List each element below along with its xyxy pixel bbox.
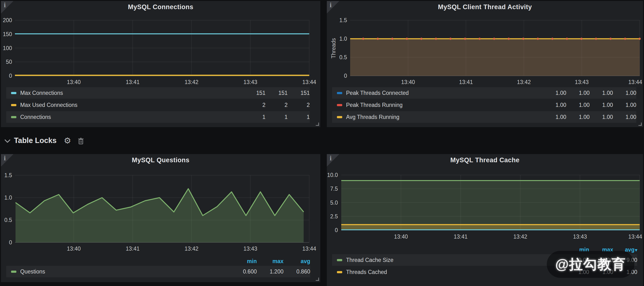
chart-canvas[interactable] — [15, 20, 309, 76]
row-title[interactable]: Table Locks — [14, 136, 56, 145]
legend-header-max[interactable]: max — [257, 258, 284, 264]
y-tick-label: 10.0 — [327, 172, 338, 178]
legend-value: 1.00 — [590, 114, 613, 120]
legend-value: 1.00 — [590, 102, 613, 108]
series-color-swatch[interactable] — [11, 270, 16, 273]
series-label[interactable]: Max Connections — [20, 90, 243, 96]
legend-row[interactable]: Questions0.6001.2000.860 — [6, 266, 310, 277]
series-area — [341, 180, 640, 230]
legend-value: 151 — [288, 90, 310, 96]
panel-mysql-client-thread-activity: i MySQL Client Thread Activity Threads 1… — [327, 1, 643, 127]
legend-value: 2 — [243, 102, 266, 108]
panel-resize-handle[interactable] — [638, 122, 642, 126]
y-tick-label: 1.5 — [4, 172, 12, 179]
chart-plot-area[interactable] — [15, 20, 309, 76]
y-tick-label: 0.5 — [339, 54, 347, 60]
legend-row[interactable]: Max Used Connections222 — [6, 99, 310, 111]
legend-value: 1.00 — [543, 102, 566, 108]
legend-value: 151 — [266, 90, 288, 96]
series-color-swatch[interactable] — [11, 116, 16, 118]
dashboard-row-table-locks[interactable]: Table Locks ⚙ — [1, 130, 84, 151]
legend-header-min[interactable]: min — [230, 258, 257, 264]
x-tick-label: 13:40 — [401, 79, 415, 86]
panel-title[interactable]: MySQL Thread Cache — [327, 156, 643, 164]
legend-value: 1 — [243, 114, 266, 120]
legend-value: 1.00 — [590, 90, 613, 96]
legend-value: 1.00 — [613, 114, 636, 120]
series-area — [16, 189, 304, 242]
series-label[interactable]: Peak Threads Running — [346, 102, 543, 108]
legend-value: 2 — [266, 102, 288, 108]
series-area — [341, 224, 640, 230]
y-tick-label: 1.0 — [339, 36, 347, 42]
x-tick-label: 13:40 — [67, 79, 81, 86]
series-label[interactable]: Connections — [20, 114, 243, 120]
series-color-swatch[interactable] — [11, 104, 16, 106]
chart-plot-area[interactable] — [341, 175, 640, 230]
legend-value: 1 — [266, 114, 288, 120]
panel-title[interactable]: MySQL Connections — [1, 3, 320, 11]
watermark-text: @拉勾教育 — [555, 255, 626, 274]
legend-value: 1.00 — [543, 90, 566, 96]
x-tick-label: 13:44 — [302, 246, 316, 252]
legend-value: 1.200 — [257, 268, 284, 275]
legend-value: 1.00 — [566, 114, 590, 120]
panel-resize-handle[interactable] — [315, 122, 319, 126]
panel-resize-handle[interactable] — [315, 276, 319, 281]
series-color-swatch[interactable] — [337, 271, 342, 273]
y-tick-label: 100 — [3, 45, 12, 51]
x-tick-label: 13:41 — [459, 79, 473, 86]
series-label[interactable]: Avg Threads Running — [346, 114, 543, 120]
x-tick-label: 13:44 — [628, 79, 642, 86]
grafana-dashboard: i MySQL Connections 200150100500 13:4013… — [0, 0, 644, 286]
legend-value: 1.00 — [566, 90, 590, 96]
chart-canvas[interactable] — [15, 175, 309, 242]
chart-canvas[interactable] — [341, 175, 640, 230]
series-color-swatch[interactable] — [337, 104, 342, 106]
series-label[interactable]: Questions — [20, 268, 230, 275]
legend-row[interactable]: Peak Threads Connected1.001.001.001.00 — [332, 87, 636, 99]
x-tick-label: 13:42 — [513, 234, 527, 240]
x-tick-label: 13:43 — [575, 79, 589, 86]
y-tick-label: 0.5 — [4, 217, 12, 224]
chevron-down-icon[interactable] — [4, 139, 10, 143]
series-color-swatch[interactable] — [11, 92, 16, 94]
series-color-swatch[interactable] — [337, 116, 342, 118]
chart-canvas[interactable] — [350, 20, 640, 76]
legend-row[interactable]: Avg Threads Running1.001.001.001.00 — [332, 111, 636, 123]
chart-plot-area[interactable] — [15, 175, 309, 242]
x-tick-label: 13:41 — [454, 234, 468, 240]
legend-row[interactable]: Connections111 — [6, 111, 310, 123]
legend: minmaxavgQuestions0.6001.2000.860 — [6, 258, 310, 278]
y-axis: 1.51.00.50 — [336, 20, 350, 76]
legend-value: 151 — [243, 90, 266, 96]
panel-title[interactable]: MySQL Client Thread Activity — [327, 3, 643, 11]
series-label[interactable]: Thread Cache Size — [346, 257, 565, 263]
trash-icon[interactable] — [78, 138, 84, 145]
series-label[interactable]: Peak Threads Connected — [346, 90, 543, 96]
watermark-badge: @拉勾教育 — [547, 251, 634, 278]
legend: Max Connections151151151Max Used Connect… — [6, 87, 310, 123]
x-tick-label: 13:43 — [573, 234, 587, 240]
legend-value: 0.600 — [230, 268, 257, 275]
series-color-swatch[interactable] — [337, 92, 342, 94]
x-tick-label: 13:41 — [126, 79, 140, 86]
legend-row[interactable]: Max Connections151151151 — [6, 87, 310, 99]
gear-icon[interactable]: ⚙ — [64, 136, 71, 145]
y-axis: 200150100500 — [1, 20, 14, 76]
legend-value: 1.00 — [543, 114, 566, 120]
series-label[interactable]: Max Used Connections — [20, 102, 243, 108]
legend-value: 1.00 — [613, 90, 636, 96]
chart-plot-area[interactable] — [350, 20, 640, 76]
y-axis: 10.07.55.02.50 — [327, 175, 340, 230]
legend-header-avg[interactable]: avg — [284, 258, 310, 264]
legend-row[interactable]: Peak Threads Running1.001.001.001.00 — [332, 99, 636, 111]
legend: Peak Threads Connected1.001.001.001.00Pe… — [332, 87, 636, 123]
panel-title[interactable]: MySQL Questions — [1, 156, 320, 164]
x-axis: 13:4013:4113:4213:4313:44 — [15, 78, 309, 85]
y-tick-label: 1.0 — [4, 194, 12, 201]
series-label[interactable]: Threads Cached — [346, 269, 565, 276]
y-tick-label: 7.5 — [330, 186, 338, 192]
panel-mysql-connections: i MySQL Connections 200150100500 13:4013… — [1, 1, 320, 127]
series-color-swatch[interactable] — [337, 259, 342, 261]
